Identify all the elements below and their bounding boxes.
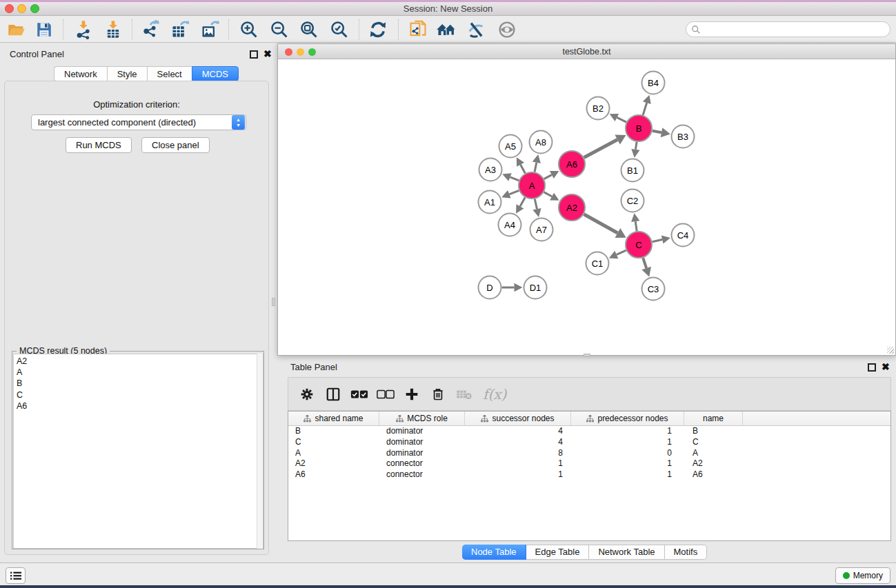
graph-edge[interactable] bbox=[510, 177, 519, 181]
column-header-MCDS-role[interactable]: MCDS role bbox=[379, 412, 465, 425]
clone-network-button[interactable] bbox=[406, 17, 430, 42]
toggle-graphics-details-button[interactable] bbox=[464, 17, 488, 42]
result-item[interactable]: C bbox=[17, 389, 263, 401]
result-item[interactable]: A bbox=[17, 367, 263, 378]
close-panel-icon[interactable]: ✖ bbox=[263, 49, 272, 59]
graph-edge[interactable] bbox=[643, 103, 647, 115]
add-column-button[interactable] bbox=[399, 387, 425, 401]
table-cell[interactable]: dominator bbox=[379, 426, 465, 437]
table-cell[interactable]: connector bbox=[379, 458, 465, 469]
column-header-name[interactable]: name bbox=[684, 412, 743, 425]
graph-edge[interactable] bbox=[617, 117, 626, 122]
export-network-button[interactable] bbox=[138, 17, 163, 42]
graph-edge[interactable] bbox=[521, 165, 526, 174]
table-row[interactable]: Cdominator41C bbox=[288, 437, 890, 448]
table-cell[interactable]: B bbox=[288, 426, 379, 437]
table-row[interactable]: A6connector11A6 bbox=[288, 469, 890, 480]
table-cell[interactable]: 1 bbox=[571, 458, 684, 469]
zoom-window-button[interactable] bbox=[30, 4, 39, 13]
table-cell[interactable]: connector bbox=[379, 469, 465, 480]
refresh-layout-button[interactable] bbox=[366, 17, 390, 42]
graph-edge[interactable] bbox=[653, 131, 661, 133]
deselect-all-rows-button[interactable] bbox=[372, 389, 399, 399]
search-input[interactable] bbox=[701, 25, 890, 34]
table-cell[interactable]: C bbox=[288, 437, 379, 448]
network-graph[interactable]: B4B2BB3A5A8A6B1A3AC2A1A2A4A7C4CC1C3DD1 bbox=[279, 59, 895, 355]
graph-edge[interactable] bbox=[635, 221, 637, 231]
graph-edge[interactable] bbox=[584, 140, 618, 158]
column-header-successor-nodes[interactable]: successor nodes bbox=[465, 412, 571, 425]
mcds-result-list[interactable]: A2ABCA6 bbox=[13, 354, 263, 549]
tab-edge-table[interactable]: Edge Table bbox=[526, 545, 590, 559]
table-cell[interactable]: 1 bbox=[571, 426, 684, 437]
table-cell[interactable]: B bbox=[684, 426, 743, 437]
minimize-window-button[interactable] bbox=[17, 4, 26, 13]
close-panel-button[interactable]: Close panel bbox=[141, 137, 210, 153]
table-cell[interactable]: 0 bbox=[571, 448, 684, 459]
net-minimize-button[interactable] bbox=[297, 48, 304, 56]
run-mcds-button[interactable]: Run MCDS bbox=[66, 137, 132, 153]
home-button[interactable] bbox=[434, 17, 459, 42]
table-settings-button[interactable] bbox=[294, 387, 320, 401]
table-cell[interactable]: 8 bbox=[465, 448, 571, 459]
graph-edge[interactable] bbox=[643, 258, 646, 268]
table-cell[interactable]: dominator bbox=[379, 448, 465, 459]
tab-motifs[interactable]: Motifs bbox=[665, 545, 707, 559]
graph-edge[interactable] bbox=[584, 214, 617, 233]
tab-select[interactable]: Select bbox=[147, 66, 192, 81]
result-item[interactable]: A6 bbox=[17, 401, 263, 412]
close-panel-icon[interactable]: ✖ bbox=[882, 362, 890, 372]
table-cell[interactable]: A bbox=[288, 448, 379, 459]
open-file-button[interactable] bbox=[4, 17, 29, 42]
table-cell[interactable]: 1 bbox=[571, 469, 684, 480]
zoom-selected-button[interactable] bbox=[327, 17, 352, 42]
float-panel-icon[interactable] bbox=[868, 363, 876, 372]
delete-column-button[interactable] bbox=[425, 387, 451, 401]
table-cell[interactable]: 4 bbox=[465, 437, 571, 448]
export-table-button[interactable] bbox=[168, 17, 192, 42]
resize-grip-icon[interactable] bbox=[887, 347, 894, 354]
net-close-button[interactable] bbox=[285, 48, 292, 56]
graph-edge[interactable] bbox=[544, 192, 552, 196]
import-table-button[interactable] bbox=[101, 17, 126, 42]
select-all-rows-button[interactable] bbox=[346, 389, 372, 399]
close-window-button[interactable] bbox=[5, 4, 14, 13]
export-image-button[interactable] bbox=[197, 17, 222, 42]
table-cell[interactable]: A2 bbox=[684, 458, 743, 469]
graph-edge[interactable] bbox=[653, 240, 663, 242]
zoom-out-button[interactable] bbox=[267, 17, 292, 42]
zoom-in-button[interactable] bbox=[237, 17, 261, 42]
function-builder-button[interactable]: f(x) bbox=[483, 386, 506, 403]
network-canvas[interactable]: B4B2BB3A5A8A6B1A3AC2A1A2A4A7C4CC1C3DD1 bbox=[279, 59, 895, 355]
table-row[interactable]: A2connector11A2 bbox=[288, 458, 890, 469]
result-scrollbar[interactable] bbox=[257, 354, 263, 549]
table-cell[interactable]: A2 bbox=[288, 458, 379, 469]
import-network-button[interactable] bbox=[71, 17, 96, 42]
show-columns-button[interactable] bbox=[320, 387, 346, 402]
save-session-button[interactable] bbox=[32, 17, 57, 42]
graph-edge[interactable] bbox=[544, 175, 552, 179]
tab-style[interactable]: Style bbox=[107, 66, 147, 81]
delete-table-button[interactable] bbox=[451, 389, 477, 400]
graph-edge[interactable] bbox=[509, 190, 519, 194]
result-item[interactable]: A2 bbox=[17, 356, 263, 367]
graph-edge[interactable] bbox=[520, 197, 525, 206]
graph-edge[interactable] bbox=[635, 142, 637, 150]
split-handle-left[interactable] bbox=[272, 298, 275, 306]
table-row[interactable]: Bdominator41B bbox=[288, 426, 890, 437]
graph-edge[interactable] bbox=[617, 250, 626, 254]
table-cell[interactable]: A6 bbox=[684, 469, 743, 480]
tab-node-table[interactable]: Node Table bbox=[462, 545, 526, 560]
app-titlebar[interactable]: Session: New Session bbox=[0, 2, 896, 16]
net-zoom-button[interactable] bbox=[308, 48, 316, 56]
table-cell[interactable]: 4 bbox=[465, 426, 571, 437]
column-header-shared-name[interactable]: shared name bbox=[288, 412, 379, 425]
graph-edge[interactable] bbox=[535, 163, 537, 172]
table-cell[interactable]: dominator bbox=[379, 437, 465, 448]
tab-network[interactable]: Network bbox=[54, 66, 107, 81]
zoom-fit-button[interactable] bbox=[297, 17, 321, 42]
task-history-button[interactable] bbox=[6, 567, 26, 584]
table-cell[interactable]: 1 bbox=[465, 469, 571, 480]
toggle-views-button[interactable] bbox=[495, 17, 519, 42]
table-row[interactable]: Adominator80A bbox=[288, 448, 890, 459]
